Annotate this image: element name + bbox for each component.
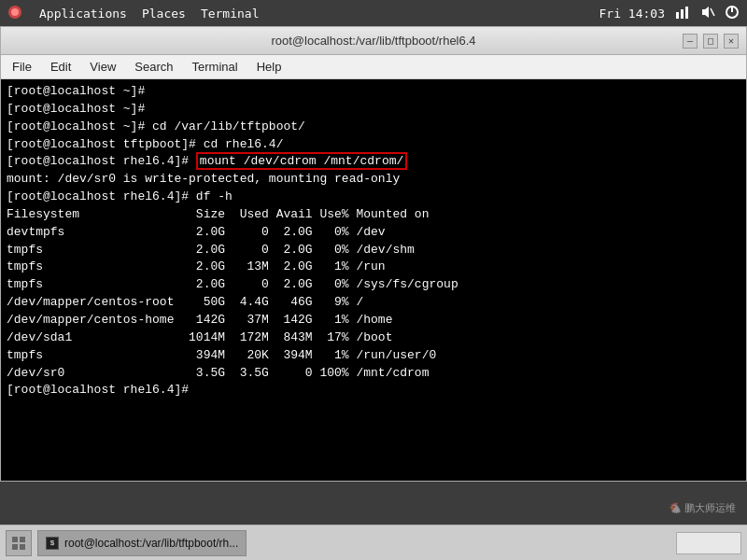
applications-menu[interactable]: Applications	[39, 7, 127, 21]
svg-point-1	[11, 8, 19, 16]
svg-rect-9	[12, 537, 18, 542]
system-bar: Applications Places Terminal Fri 14:03	[0, 0, 747, 26]
taskbar-terminal-label: root@localhost:/var/lib/tftpboot/rh...	[64, 537, 238, 550]
svg-rect-12	[20, 544, 25, 550]
svg-rect-3	[681, 9, 684, 19]
terminal-content[interactable]: [root@localhost ~]# [root@localhost ~]# …	[1, 79, 746, 481]
terminal-line-1: [root@localhost ~]# [root@localhost ~]# …	[7, 84, 458, 397]
watermark: 🐔 鹏大师运维	[669, 501, 736, 515]
menu-search[interactable]: Search	[127, 58, 180, 76]
taskbar: $ root@localhost:/var/lib/tftpboot/rh...	[0, 525, 747, 560]
svg-line-6	[711, 8, 714, 16]
system-menu-icon	[7, 5, 22, 22]
svg-rect-4	[685, 7, 688, 19]
show-desktop-button[interactable]	[6, 530, 32, 556]
title-bar: root@localhost:/var/lib/tftpboot/rhel6.4…	[1, 27, 746, 55]
volume-icon	[700, 6, 715, 21]
svg-marker-5	[702, 7, 709, 18]
taskbar-input[interactable]	[676, 532, 741, 554]
menu-bar: File Edit View Search Terminal Help	[1, 55, 746, 79]
terminal-task-icon: $	[46, 537, 59, 550]
minimize-button[interactable]: —	[683, 34, 698, 49]
highlighted-command: mount /dev/cdrom /mnt/cdrom/	[196, 152, 407, 170]
network-icon	[674, 6, 691, 21]
menu-view[interactable]: View	[82, 58, 123, 76]
menu-file[interactable]: File	[5, 58, 39, 76]
window-title: root@localhost:/var/lib/tftpboot/rhel6.4	[271, 34, 475, 48]
menu-terminal[interactable]: Terminal	[185, 58, 246, 76]
taskbar-terminal-item[interactable]: $ root@localhost:/var/lib/tftpboot/rh...	[37, 530, 247, 556]
svg-rect-2	[676, 12, 679, 19]
menu-edit[interactable]: Edit	[43, 58, 78, 76]
menu-help[interactable]: Help	[249, 58, 289, 76]
svg-rect-11	[12, 544, 18, 550]
close-button[interactable]: ✕	[724, 34, 739, 49]
power-icon[interactable]	[725, 5, 740, 22]
svg-rect-10	[20, 537, 25, 542]
places-menu[interactable]: Places	[142, 7, 186, 21]
clock: Fri 14:03	[599, 7, 665, 21]
maximize-button[interactable]: □	[703, 34, 718, 49]
terminal-menu[interactable]: Terminal	[201, 7, 260, 21]
terminal-window: root@localhost:/var/lib/tftpboot/rhel6.4…	[0, 26, 747, 482]
